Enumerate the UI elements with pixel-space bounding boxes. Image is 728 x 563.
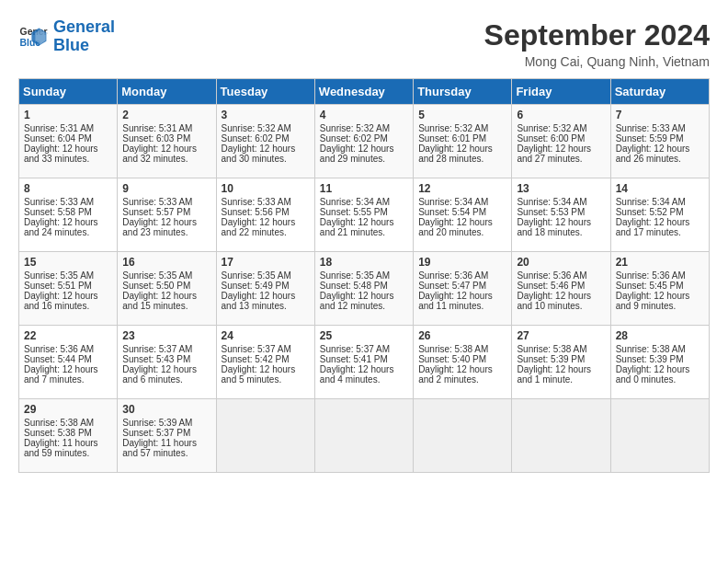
day-number: 18 bbox=[320, 256, 408, 269]
day-info-line: Sunrise: 5:33 AM bbox=[122, 197, 210, 207]
week-row-4: 22Sunrise: 5:36 AMSunset: 5:44 PMDayligh… bbox=[19, 326, 710, 399]
calendar-cell: 30Sunrise: 5:39 AMSunset: 5:37 PMDayligh… bbox=[118, 399, 216, 473]
day-info-line: Daylight: 12 hours bbox=[320, 217, 408, 227]
calendar-cell: 22Sunrise: 5:36 AMSunset: 5:44 PMDayligh… bbox=[19, 326, 118, 399]
day-info-line: Daylight: 12 hours bbox=[222, 144, 310, 154]
day-info-line: Sunrise: 5:35 AM bbox=[320, 270, 408, 281]
day-info-line: Sunset: 6:03 PM bbox=[122, 133, 210, 144]
calendar-cell bbox=[512, 399, 610, 473]
calendar-cell: 10Sunrise: 5:33 AMSunset: 5:56 PMDayligh… bbox=[216, 178, 314, 252]
day-info-line: and 10 minutes. bbox=[517, 301, 605, 311]
day-info-line: Sunrise: 5:39 AM bbox=[122, 418, 210, 428]
day-info-line: Sunrise: 5:32 AM bbox=[517, 123, 605, 133]
calendar-cell: 25Sunrise: 5:37 AMSunset: 5:41 PMDayligh… bbox=[314, 326, 413, 399]
day-info-line: Sunrise: 5:33 AM bbox=[24, 197, 112, 207]
day-number: 17 bbox=[222, 256, 310, 269]
day-number: 13 bbox=[517, 182, 605, 195]
calendar-cell: 2Sunrise: 5:31 AMSunset: 6:03 PMDaylight… bbox=[118, 105, 216, 178]
calendar-cell: 26Sunrise: 5:38 AMSunset: 5:40 PMDayligh… bbox=[414, 326, 512, 399]
day-info-line: and 57 minutes. bbox=[122, 448, 210, 458]
day-info-line: Daylight: 12 hours bbox=[320, 144, 408, 154]
day-number: 12 bbox=[418, 182, 506, 195]
day-number: 7 bbox=[616, 109, 704, 121]
calendar-cell: 27Sunrise: 5:38 AMSunset: 5:39 PMDayligh… bbox=[512, 326, 610, 399]
day-info-line: Sunset: 5:37 PM bbox=[122, 428, 210, 438]
day-info-line: Sunset: 6:02 PM bbox=[222, 133, 310, 144]
day-info-line: Sunset: 5:50 PM bbox=[122, 281, 210, 291]
title-area: September 2024 Mong Cai, Quang Ninh, Vie… bbox=[484, 18, 710, 69]
day-info-line: Sunrise: 5:32 AM bbox=[320, 123, 408, 133]
day-info-line: Daylight: 12 hours bbox=[24, 217, 112, 227]
weekday-header-row: SundayMondayTuesdayWednesdayThursdayFrid… bbox=[19, 79, 710, 105]
calendar-cell: 15Sunrise: 5:35 AMSunset: 5:51 PMDayligh… bbox=[19, 252, 118, 326]
logo: General Blue GeneralBlue bbox=[18, 18, 115, 55]
day-number: 21 bbox=[616, 256, 704, 269]
day-info-line: Sunset: 5:51 PM bbox=[24, 281, 112, 291]
calendar-cell: 20Sunrise: 5:36 AMSunset: 5:46 PMDayligh… bbox=[512, 252, 610, 326]
day-number: 23 bbox=[122, 329, 210, 342]
day-info-line: Sunrise: 5:38 AM bbox=[418, 344, 506, 354]
day-info-line: Sunset: 5:42 PM bbox=[222, 354, 310, 364]
day-info-line: Sunset: 5:38 PM bbox=[24, 428, 112, 438]
day-info-line: Sunset: 5:56 PM bbox=[222, 207, 310, 217]
day-info-line: Sunrise: 5:35 AM bbox=[24, 270, 112, 281]
day-info-line: Daylight: 12 hours bbox=[517, 217, 605, 227]
calendar-cell: 7Sunrise: 5:33 AMSunset: 5:59 PMDaylight… bbox=[610, 105, 709, 178]
day-info-line: Sunrise: 5:34 AM bbox=[517, 197, 605, 207]
day-info-line: Daylight: 12 hours bbox=[616, 364, 704, 374]
calendar-cell: 3Sunrise: 5:32 AMSunset: 6:02 PMDaylight… bbox=[216, 105, 314, 178]
day-info-line: and 24 minutes. bbox=[24, 227, 112, 237]
day-info-line: Sunrise: 5:36 AM bbox=[418, 270, 506, 281]
day-info-line: Sunset: 5:43 PM bbox=[122, 354, 210, 364]
calendar-cell: 29Sunrise: 5:38 AMSunset: 5:38 PMDayligh… bbox=[19, 399, 118, 473]
calendar-cell bbox=[414, 399, 512, 473]
day-info-line: and 23 minutes. bbox=[122, 227, 210, 237]
day-number: 19 bbox=[418, 256, 506, 269]
day-info-line: Daylight: 12 hours bbox=[122, 144, 210, 154]
calendar-cell: 21Sunrise: 5:36 AMSunset: 5:45 PMDayligh… bbox=[610, 252, 709, 326]
calendar-cell: 5Sunrise: 5:32 AMSunset: 6:01 PMDaylight… bbox=[414, 105, 512, 178]
day-number: 6 bbox=[517, 109, 605, 121]
day-info-line: Sunrise: 5:38 AM bbox=[517, 344, 605, 354]
day-info-line: and 5 minutes. bbox=[222, 374, 310, 385]
day-info-line: Daylight: 12 hours bbox=[24, 144, 112, 154]
day-info-line: and 4 minutes. bbox=[320, 374, 408, 385]
day-info-line: Sunrise: 5:38 AM bbox=[24, 418, 112, 428]
day-info-line: Sunrise: 5:31 AM bbox=[122, 123, 210, 133]
day-info-line: and 27 minutes. bbox=[517, 154, 605, 164]
calendar-cell: 13Sunrise: 5:34 AMSunset: 5:53 PMDayligh… bbox=[512, 178, 610, 252]
day-number: 16 bbox=[122, 256, 210, 269]
day-info-line: Sunset: 5:53 PM bbox=[517, 207, 605, 217]
calendar-cell: 8Sunrise: 5:33 AMSunset: 5:58 PMDaylight… bbox=[19, 178, 118, 252]
day-info-line: Daylight: 12 hours bbox=[517, 291, 605, 301]
calendar-cell: 14Sunrise: 5:34 AMSunset: 5:52 PMDayligh… bbox=[610, 178, 709, 252]
day-info-line: Daylight: 12 hours bbox=[320, 291, 408, 301]
weekday-header-wednesday: Wednesday bbox=[314, 79, 413, 105]
day-info-line: Daylight: 12 hours bbox=[122, 291, 210, 301]
day-info-line: and 33 minutes. bbox=[24, 154, 112, 164]
calendar-cell: 28Sunrise: 5:38 AMSunset: 5:39 PMDayligh… bbox=[610, 326, 709, 399]
day-number: 2 bbox=[122, 109, 210, 121]
day-number: 25 bbox=[320, 329, 408, 342]
day-number: 28 bbox=[616, 329, 704, 342]
day-info-line: Sunset: 5:52 PM bbox=[616, 207, 704, 217]
day-info-line: Sunrise: 5:36 AM bbox=[24, 344, 112, 354]
day-info-line: Sunset: 5:55 PM bbox=[320, 207, 408, 217]
day-info-line: Sunrise: 5:34 AM bbox=[320, 197, 408, 207]
day-info-line: Sunset: 6:01 PM bbox=[418, 133, 506, 144]
weekday-header-sunday: Sunday bbox=[19, 79, 118, 105]
day-info-line: and 30 minutes. bbox=[222, 154, 310, 164]
day-info-line: Daylight: 12 hours bbox=[24, 364, 112, 374]
day-info-line: Daylight: 12 hours bbox=[418, 144, 506, 154]
calendar-cell: 9Sunrise: 5:33 AMSunset: 5:57 PMDaylight… bbox=[118, 178, 216, 252]
day-info-line: Daylight: 12 hours bbox=[122, 217, 210, 227]
day-info-line: Sunrise: 5:33 AM bbox=[616, 123, 704, 133]
day-info-line: Daylight: 12 hours bbox=[418, 217, 506, 227]
day-number: 29 bbox=[24, 403, 112, 416]
day-info-line: Sunrise: 5:37 AM bbox=[122, 344, 210, 354]
day-info-line: and 9 minutes. bbox=[616, 301, 704, 311]
calendar-cell: 23Sunrise: 5:37 AMSunset: 5:43 PMDayligh… bbox=[118, 326, 216, 399]
day-info-line: and 13 minutes. bbox=[222, 301, 310, 311]
day-info-line: Daylight: 12 hours bbox=[122, 364, 210, 374]
day-info-line: Daylight: 11 hours bbox=[24, 438, 112, 448]
